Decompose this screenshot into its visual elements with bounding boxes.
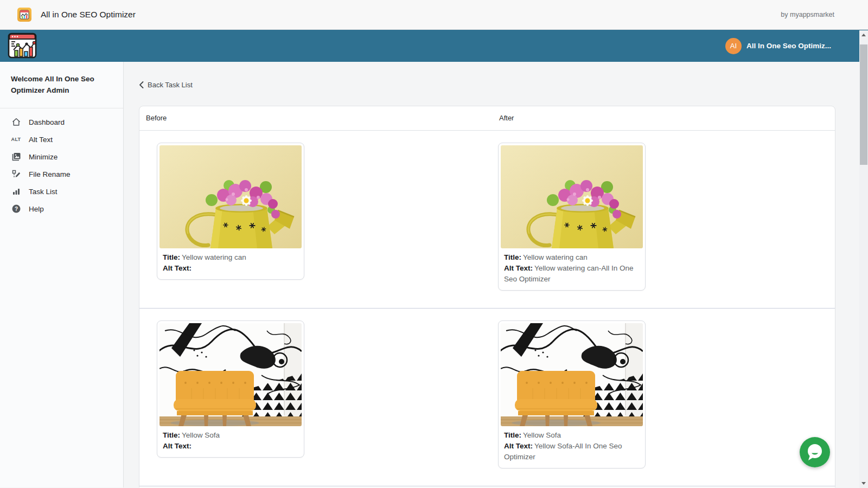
- alt-label: Alt Text:: [504, 442, 533, 450]
- back-link-label: Back Task List: [148, 81, 193, 89]
- top-app-bar: All in One SEO Optimizer by myappsmarket: [0, 0, 868, 30]
- image-caption: Title:Yellow watering can Alt Text:Yello…: [499, 251, 645, 290]
- column-header-before: Before: [139, 106, 487, 130]
- store-avatar: AI: [725, 38, 742, 54]
- alt-text-icon: ALT: [11, 134, 21, 145]
- title-value: Yellow watering can: [182, 253, 246, 261]
- back-task-list-link[interactable]: Back Task List: [139, 81, 193, 89]
- image-card-after: Title:Yellow Sofa Alt Text:Yellow Sofa-A…: [498, 320, 646, 468]
- rename-icon: [11, 169, 21, 179]
- title-value: Yellow Sofa: [523, 431, 561, 439]
- scroll-up-button[interactable]: [859, 30, 868, 40]
- scroll-down-icon: [861, 482, 866, 485]
- title-label: Title:: [504, 253, 521, 261]
- table-row: Title:Yellow watering can Alt Text: Titl…: [139, 131, 835, 309]
- sidebar-item-alt-text[interactable]: ALT Alt Text: [0, 131, 123, 148]
- alt-label: Alt Text:: [163, 442, 192, 450]
- scroll-up-icon: [861, 34, 866, 36]
- table-header-row: Before After: [139, 106, 835, 131]
- help-icon: ?: [11, 204, 21, 214]
- sidebar-item-label: Task List: [29, 188, 58, 196]
- after-cell: Title:Yellow watering can Alt Text:Yello…: [487, 143, 835, 291]
- image-caption: Title:Yellow Sofa Alt Text:Yellow Sofa-A…: [499, 428, 645, 468]
- image-icon: [11, 152, 21, 162]
- sofa-image: [159, 323, 302, 426]
- image-card-before: Title:Yellow Sofa Alt Text:: [157, 320, 304, 458]
- chat-bubble-icon: [800, 437, 830, 467]
- app-header: AI All In One Seo Optimiz...: [0, 30, 868, 62]
- title-value: Yellow Sofa: [182, 431, 220, 439]
- brand-logo-icon: [8, 33, 37, 60]
- sidebar-item-label: Minimize: [29, 153, 58, 161]
- sidebar-item-help[interactable]: ? Help: [0, 200, 123, 217]
- store-menu[interactable]: AI All In One Seo Optimiz...: [725, 38, 831, 54]
- sidebar-item-file-rename[interactable]: File Rename: [0, 165, 123, 183]
- sidebar-item-task-list[interactable]: Task List: [0, 183, 123, 200]
- sidebar-item-label: Alt Text: [29, 136, 53, 144]
- app-logo-icon: [17, 8, 31, 22]
- svg-text:?: ?: [14, 206, 17, 212]
- sidebar: Welcome All In One Seo Optimizer Admin D…: [0, 62, 124, 487]
- scrollbar-thumb[interactable]: [860, 44, 867, 165]
- chat-widget-button[interactable]: [800, 437, 830, 467]
- sidebar-item-label: Help: [29, 205, 44, 213]
- table-row: Title:Yellow Sofa Alt Text: Title:Yellow…: [139, 309, 835, 486]
- title-value: Yellow watering can: [523, 253, 588, 261]
- app-byline: by myappsmarket: [781, 11, 834, 18]
- chevron-left-icon: [139, 81, 144, 88]
- column-header-after: After: [487, 106, 835, 130]
- title-label: Title:: [163, 431, 180, 439]
- before-cell: Title:Yellow Sofa Alt Text:: [139, 320, 487, 468]
- title-label: Title:: [504, 431, 521, 439]
- alt-label: Alt Text:: [504, 264, 533, 272]
- scroll-down-button[interactable]: [859, 479, 868, 488]
- image-card-after: Title:Yellow watering can Alt Text:Yello…: [498, 143, 646, 291]
- sidebar-nav: Dashboard ALT Alt Text Minimize: [0, 108, 123, 217]
- app-title: All in One SEO Optimizer: [41, 10, 136, 20]
- vertical-scrollbar[interactable]: [859, 30, 868, 488]
- sidebar-item-minimize[interactable]: Minimize: [0, 148, 123, 165]
- before-cell: Title:Yellow watering can Alt Text:: [139, 143, 487, 291]
- sidebar-item-label: Dashboard: [29, 118, 65, 126]
- sofa-image: [501, 323, 643, 426]
- title-label: Title:: [163, 253, 180, 261]
- next-row-partial: [139, 486, 835, 487]
- store-name: All In One Seo Optimiz...: [746, 42, 831, 50]
- sidebar-item-dashboard[interactable]: Dashboard: [0, 113, 123, 131]
- watering-can-image: [501, 145, 643, 248]
- image-card-before: Title:Yellow watering can Alt Text:: [157, 143, 304, 280]
- after-cell: Title:Yellow Sofa Alt Text:Yellow Sofa-A…: [487, 320, 835, 468]
- before-after-table: Before After Title:Yellow watering can A…: [139, 106, 835, 487]
- image-caption: Title:Yellow watering can Alt Text:: [157, 251, 304, 279]
- bar-chart-icon: [11, 187, 21, 197]
- sidebar-item-label: File Rename: [29, 170, 71, 178]
- image-caption: Title:Yellow Sofa Alt Text:: [157, 428, 304, 457]
- main-content: Back Task List Before After Title:Yellow…: [124, 62, 868, 487]
- home-icon: [11, 117, 21, 127]
- alt-label: Alt Text:: [163, 264, 192, 272]
- watering-can-image: [159, 145, 302, 248]
- welcome-text: Welcome All In One Seo Optimizer Admin: [0, 62, 123, 108]
